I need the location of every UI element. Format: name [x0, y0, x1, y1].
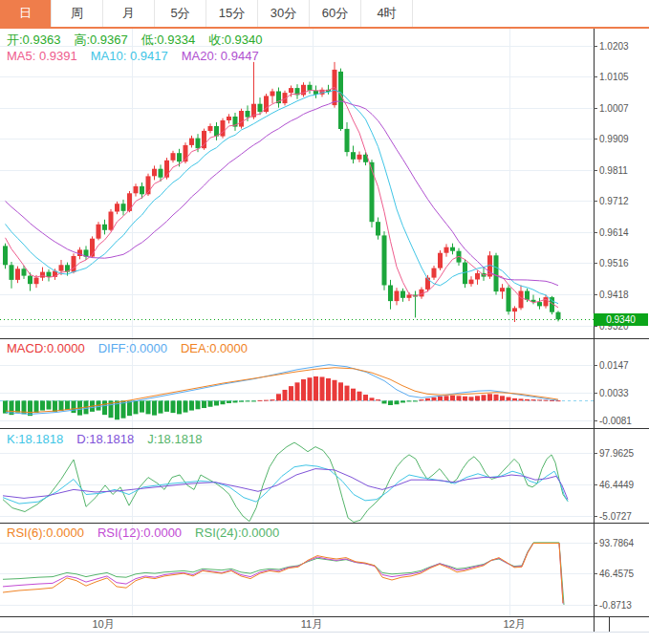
ohlc-legend: 开:0.9363 高:0.9367 低:0.9334 收:0.9340 — [7, 32, 276, 49]
timeframe-tabbar: 日 周 月 5分 15分 30分 60分 4时 — [0, 0, 649, 29]
k-value: K:18.1818 — [7, 432, 63, 446]
rsi-line-rsi6 — [3, 544, 563, 604]
candlesticks — [3, 62, 561, 322]
macd-value: MACD:0.0000 — [7, 341, 85, 355]
tab-15min[interactable]: 15分 — [206, 0, 258, 27]
y-tick-label: 0.9516 — [599, 258, 629, 268]
close-value: 收:0.9340 — [208, 32, 262, 49]
ma5-value: MA5: 0.9391 — [7, 49, 77, 63]
rsi-legend: RSI(6):0.0000 RSI(12):0.0000 RSI(24):0.0… — [7, 526, 292, 540]
x-axis-month-label: 12月 — [503, 618, 525, 630]
open-value: 开:0.9363 — [7, 32, 60, 49]
y-tick-label: 0.9614 — [599, 227, 629, 238]
x-axis-month-label: 11月 — [301, 618, 322, 630]
tab-day[interactable]: 日 — [0, 0, 52, 27]
trading-chart-app: 日 周 月 5分 15分 30分 60分 4时 1.02031.01051.00… — [0, 0, 649, 644]
tab-4hour[interactable]: 4时 — [361, 0, 413, 27]
dea-value: DEA:0.0000 — [181, 341, 248, 355]
y-tick-label: -0.0081 — [599, 416, 632, 426]
ma20-value: MA20: 0.9447 — [182, 49, 259, 63]
y-tick-label: -0.8713 — [599, 600, 632, 611]
tab-60min[interactable]: 60分 — [310, 0, 361, 27]
y-tick-label: 1.0007 — [599, 103, 629, 114]
high-value: 高:0.9367 — [74, 32, 127, 49]
y-tick-label: 97.9625 — [599, 448, 635, 459]
diff-value: DIFF:0.0000 — [98, 341, 167, 355]
ma-legend: MA5: 0.9391 MA10: 0.9417 MA20: 0.9447 — [7, 49, 272, 63]
tab-5min[interactable]: 5分 — [155, 0, 206, 27]
y-tick-label: 46.4449 — [599, 480, 635, 490]
x-axis-month-label: 10月 — [92, 618, 114, 630]
ma10-line — [6, 90, 559, 304]
macd-histogram — [3, 376, 561, 419]
y-tick-label: 0.9712 — [599, 196, 629, 206]
last-price-tag: 0.9340 — [594, 313, 648, 326]
y-tick-label: -5.0727 — [599, 511, 632, 522]
chart-canvas[interactable]: 1.02031.01051.00070.99090.98110.97120.96… — [0, 0, 649, 644]
y-tick-label: 0.9418 — [599, 290, 629, 300]
y-tick-label: 0.9811 — [599, 165, 628, 176]
tabbar-filler — [413, 0, 649, 27]
d-value: D:18.1818 — [76, 432, 134, 446]
y-tick-label: 93.7864 — [599, 538, 635, 548]
y-tick-label: 1.0203 — [599, 41, 629, 52]
y-tick-label: 0.9909 — [599, 134, 629, 144]
kdj-line-j — [3, 442, 568, 522]
ma10-value: MA10: 0.9417 — [91, 49, 168, 63]
tab-week[interactable]: 周 — [52, 0, 103, 27]
macd-legend: MACD:0.0000 DIFF:0.0000 DEA:0.0000 — [7, 341, 261, 355]
rsi24-value: RSI(24):0.0000 — [195, 526, 279, 540]
rsi12-value: RSI(12):0.0000 — [97, 526, 182, 540]
kdj-legend: K:18.1818 D:18.1818 J:18.1818 — [7, 432, 215, 446]
tab-30min[interactable]: 30分 — [258, 0, 310, 27]
y-tick-label: 1.0105 — [599, 72, 629, 82]
y-tick-label: 0.0147 — [599, 360, 629, 371]
tab-month[interactable]: 月 — [103, 0, 155, 27]
j-value: J:18.1818 — [147, 432, 202, 446]
y-tick-label: 0.0033 — [599, 388, 629, 398]
macd-line-dea — [6, 368, 558, 413]
low-value: 低:0.9334 — [141, 32, 195, 49]
y-tick-label: 46.4575 — [599, 569, 635, 579]
rsi6-value: RSI(6):0.0000 — [7, 526, 84, 540]
